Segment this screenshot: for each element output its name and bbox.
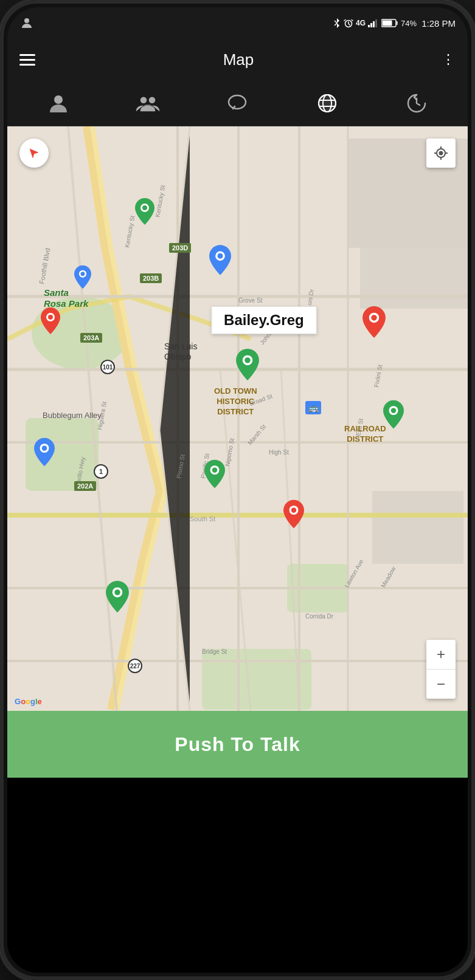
svg-rect-24: [202, 649, 311, 710]
svg-line-2: [335, 23, 337, 26]
road-203d: 203D: [169, 243, 191, 253]
marker-green-3[interactable]: [383, 400, 404, 429]
cursor-icon: [27, 146, 41, 160]
battery-percent: 74%: [401, 19, 417, 28]
svg-rect-5: [370, 23, 372, 27]
svg-point-74: [391, 408, 397, 413]
railroad-district-label: RAILROADDISTRICT: [344, 424, 386, 445]
svg-point-84: [440, 152, 443, 155]
svg-point-72: [244, 357, 250, 363]
svg-point-78: [212, 467, 218, 473]
tooltip-text: Bailey.Greg: [224, 312, 304, 328]
tab-group[interactable]: [123, 86, 173, 121]
phone-frame: 4G 74% 1:28 PM: [0, 0, 475, 980]
marker-red-3[interactable]: [283, 499, 304, 529]
bluetooth-icon: [333, 18, 341, 29]
highway-227: 227: [128, 659, 142, 673]
marker-red-2[interactable]: [362, 306, 386, 338]
svg-point-14: [229, 95, 246, 109]
svg-rect-9: [396, 21, 398, 25]
svg-rect-4: [368, 25, 370, 27]
status-bar: 4G 74% 1:28 PM: [7, 7, 468, 39]
user-tooltip: Bailey.Greg: [211, 306, 317, 334]
globe-icon: [314, 91, 340, 116]
svg-point-68: [48, 315, 53, 320]
phone-inner: 4G 74% 1:28 PM: [7, 7, 468, 973]
map-container[interactable]: Foothill Blvd Kentucky St Kentucky St Pi…: [7, 126, 468, 711]
tab-chat[interactable]: [212, 86, 262, 121]
marker-green-1[interactable]: [135, 198, 154, 225]
hamburger-button[interactable]: [19, 54, 35, 66]
svg-point-0: [24, 18, 29, 23]
svg-point-12: [140, 97, 147, 103]
marker-red-1[interactable]: [41, 307, 60, 334]
highway-1: 1: [94, 464, 108, 479]
marker-blue-1[interactable]: [74, 265, 91, 289]
svg-text:Bridge St: Bridge St: [202, 648, 227, 655]
status-left: [19, 16, 34, 30]
tab-world[interactable]: [302, 86, 352, 121]
ptt-button[interactable]: Push To Talk: [7, 711, 468, 778]
svg-rect-10: [383, 21, 392, 26]
road-202a: 202A: [74, 481, 96, 491]
svg-rect-26: [360, 248, 468, 309]
santa-rosa-park-label: SantaRosa Park: [44, 287, 88, 309]
svg-point-70: [371, 315, 376, 320]
svg-line-1: [335, 21, 337, 23]
person-icon: [46, 91, 71, 116]
alarm-icon: [344, 18, 353, 28]
network-indicator: 4G: [356, 19, 366, 27]
svg-text:South St: South St: [190, 515, 215, 523]
marker-blue-2[interactable]: [209, 245, 231, 275]
old-town-label: OLD TOWNHISTORICDISTRICT: [214, 386, 257, 417]
svg-point-11: [54, 95, 63, 104]
zoom-in-button[interactable]: +: [426, 640, 456, 669]
san-luis-obispo-label: San LuisObispo: [164, 341, 197, 362]
road-203b: 203B: [140, 273, 162, 283]
locate-control[interactable]: [426, 139, 456, 168]
more-menu-button[interactable]: ⋮: [442, 52, 456, 67]
svg-point-66: [218, 253, 223, 259]
zoom-out-button[interactable]: −: [426, 670, 456, 699]
road-203a: 203A: [80, 333, 102, 343]
zoom-controls: + −: [426, 640, 456, 699]
svg-point-13: [149, 97, 156, 103]
svg-point-64: [81, 272, 85, 276]
svg-text:Corrida Dr: Corrida Dr: [305, 613, 334, 620]
hamburger-line-2: [19, 59, 35, 61]
marker-blue-3[interactable]: [34, 437, 55, 467]
svg-point-62: [142, 205, 147, 210]
svg-rect-7: [375, 19, 377, 27]
marker-green-2[interactable]: [236, 349, 259, 380]
google-logo: Google: [15, 697, 42, 706]
time-display: 1:28 PM: [421, 18, 456, 29]
tab-history[interactable]: [392, 86, 442, 121]
group-icon: [135, 91, 161, 116]
locate-icon: [433, 145, 449, 161]
chat-icon: [224, 91, 250, 116]
hamburger-line-3: [19, 64, 35, 66]
svg-rect-6: [373, 21, 375, 27]
svg-point-80: [291, 507, 297, 513]
top-bar: Map ⋮: [7, 39, 468, 80]
battery-icon: [381, 19, 398, 27]
user-status-icon: [19, 16, 34, 30]
signal-icon: [368, 19, 379, 27]
svg-text:Grove St: Grove St: [238, 297, 263, 304]
svg-rect-27: [372, 491, 463, 564]
highway-101: 101: [100, 360, 115, 374]
svg-point-82: [114, 589, 120, 595]
history-icon: [404, 91, 429, 116]
svg-point-76: [42, 445, 47, 451]
tab-bar: [7, 80, 468, 126]
tab-person[interactable]: [33, 86, 83, 121]
status-right: 4G 74% 1:28 PM: [333, 18, 456, 29]
svg-text:High St: High St: [269, 449, 289, 456]
svg-text:🚌: 🚌: [308, 403, 319, 413]
marker-green-4[interactable]: [204, 459, 225, 488]
cursor-control[interactable]: [19, 139, 49, 168]
marker-green-5[interactable]: [106, 581, 129, 612]
hamburger-line-1: [19, 54, 35, 56]
ptt-label: Push To Talk: [175, 733, 300, 756]
page-title: Map: [223, 50, 254, 69]
